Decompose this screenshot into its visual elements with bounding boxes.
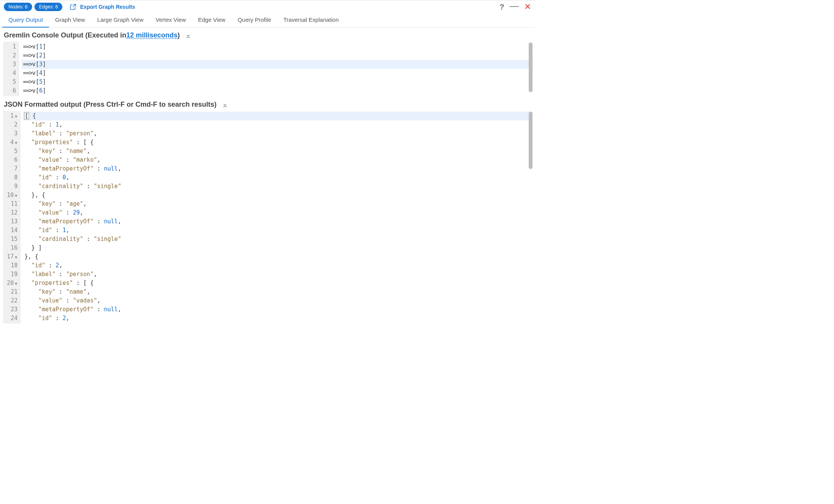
export-icon <box>69 3 77 10</box>
result-tabs: Query OutputGraph ViewLarge Graph ViewVe… <box>0 13 536 28</box>
tab-traversal-explanation[interactable]: Traversal Explanation <box>277 13 345 27</box>
console-title-suffix: ) <box>178 31 180 39</box>
results-toolbar: Nodes: 6 Edges: 6 Export Graph Results ?… <box>0 0 536 13</box>
json-line[interactable]: "metaPropertyOf" : null, <box>23 217 533 226</box>
console-gutter: 123456 <box>3 42 19 96</box>
json-line[interactable]: "key" : "age", <box>23 200 533 208</box>
console-line[interactable]: ==>v[4] <box>21 69 533 78</box>
console-output-pane[interactable]: 123456 ==>v[1]==>v[2]==>v[3]==>v[4]==>v[… <box>3 42 533 97</box>
json-line[interactable]: "id" : 1, <box>23 120 533 129</box>
json-line[interactable]: "properties" : [ { <box>23 279 533 288</box>
tab-graph-view[interactable]: Graph View <box>49 13 91 27</box>
json-line[interactable]: "key" : "name", <box>23 147 533 156</box>
json-output-header: JSON Formatted output (Press Ctrl-F or C… <box>0 97 536 111</box>
tab-large-graph-view[interactable]: Large Graph View <box>91 13 150 27</box>
json-line[interactable]: "id" : 0, <box>23 173 533 182</box>
console-line[interactable]: ==>v[5] <box>21 78 533 86</box>
json-line[interactable]: [ { <box>23 112 533 120</box>
console-line[interactable]: ==>v[6] <box>21 86 533 95</box>
json-line[interactable]: "value" : "vadas", <box>23 296 533 305</box>
json-line[interactable]: "id" : 1, <box>23 226 533 235</box>
json-line[interactable]: "cardinality" : "single" <box>23 182 533 191</box>
download-json-icon[interactable] <box>222 102 228 108</box>
close-icon[interactable]: ✕ <box>524 2 531 12</box>
console-output-header: Gremlin Console Output (Executed in 12 m… <box>0 28 536 42</box>
console-body[interactable]: ==>v[1]==>v[2]==>v[3]==>v[4]==>v[5]==>v[… <box>19 42 533 96</box>
minimize-icon[interactable]: — <box>510 4 519 8</box>
json-line[interactable]: "metaPropertyOf" : null, <box>23 305 533 314</box>
json-scrollbar[interactable] <box>529 112 533 324</box>
tab-edge-view[interactable]: Edge View <box>192 13 231 27</box>
json-line[interactable]: "id" : 2, <box>23 314 533 323</box>
console-scrollbar[interactable] <box>529 42 533 96</box>
json-line[interactable]: }, { <box>23 252 533 261</box>
export-graph-results-link[interactable]: Export Graph Results <box>69 3 135 10</box>
console-line[interactable]: ==>v[1] <box>21 42 533 51</box>
json-line[interactable]: } ] <box>23 244 533 252</box>
tab-query-output[interactable]: Query Output <box>2 13 49 28</box>
tab-vertex-view[interactable]: Vertex View <box>150 13 192 27</box>
execution-time-link[interactable]: 12 milliseconds <box>126 31 178 39</box>
json-gutter: 1▼234▼5678910▼11121314151617▼181920▼2122… <box>3 111 21 324</box>
tab-query-profile[interactable]: Query Profile <box>231 13 277 27</box>
edges-pill[interactable]: Edges: 6 <box>34 3 62 11</box>
json-body[interactable]: [ { "id" : 1, "label" : "person", "prope… <box>21 111 533 324</box>
json-line[interactable]: "label" : "person", <box>23 129 533 138</box>
json-line[interactable]: "value" : "marko", <box>23 156 533 164</box>
console-line[interactable]: ==>v[2] <box>21 51 533 60</box>
export-label: Export Graph Results <box>80 4 135 10</box>
json-line[interactable]: "key" : "name", <box>23 288 533 296</box>
json-line[interactable]: "id" : 2, <box>23 261 533 270</box>
json-line[interactable]: "metaPropertyOf" : null, <box>23 164 533 173</box>
console-title-prefix: Gremlin Console Output (Executed in <box>4 31 126 39</box>
json-line[interactable]: "cardinality" : "single" <box>23 235 533 244</box>
nodes-pill[interactable]: Nodes: 6 <box>4 3 32 11</box>
json-line[interactable]: "properties" : [ { <box>23 138 533 147</box>
console-line[interactable]: ==>v[3] <box>21 60 533 69</box>
help-icon[interactable]: ? <box>500 3 504 11</box>
json-title: JSON Formatted output (Press Ctrl-F or C… <box>4 101 217 109</box>
json-line[interactable]: "value" : 29, <box>23 208 533 217</box>
download-console-icon[interactable] <box>185 33 191 39</box>
json-line[interactable]: "label" : "person", <box>23 270 533 279</box>
json-output-pane[interactable]: 1▼234▼5678910▼11121314151617▼181920▼2122… <box>3 111 533 325</box>
window-controls: ? — ✕ <box>500 2 531 12</box>
json-line[interactable]: }, { <box>23 191 533 200</box>
